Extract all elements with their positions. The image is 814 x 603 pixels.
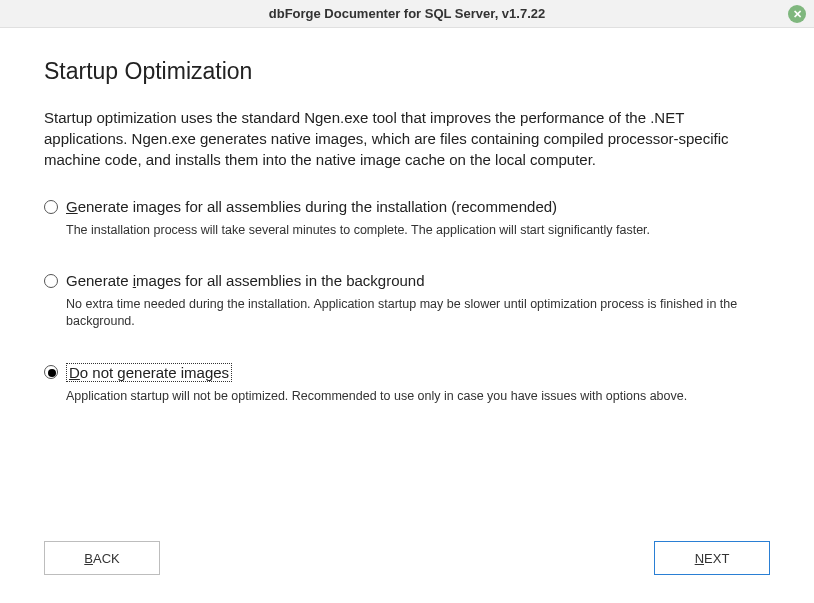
option-2: Do not generate imagesApplication startu… bbox=[44, 363, 770, 406]
window-title: dbForge Documenter for SQL Server, v1.7.… bbox=[269, 6, 545, 21]
page-title: Startup Optimization bbox=[44, 58, 770, 85]
option-1: Generate images for all assemblies in th… bbox=[44, 272, 770, 331]
radio-option-1[interactable] bbox=[44, 274, 58, 288]
radio-option-2[interactable] bbox=[44, 365, 58, 379]
titlebar: dbForge Documenter for SQL Server, v1.7.… bbox=[0, 0, 814, 28]
back-button[interactable]: BACK bbox=[44, 541, 160, 575]
content-area: Startup Optimization Startup optimizatio… bbox=[0, 28, 814, 457]
radio-option-0[interactable] bbox=[44, 200, 58, 214]
next-button[interactable]: NEXT bbox=[654, 541, 770, 575]
option-label-0[interactable]: Generate images for all assemblies durin… bbox=[66, 198, 557, 215]
close-icon[interactable]: ✕ bbox=[788, 5, 806, 23]
intro-text: Startup optimization uses the standard N… bbox=[44, 107, 770, 170]
option-label-2[interactable]: Do not generate images bbox=[66, 363, 232, 382]
option-desc-2: Application startup will not be optimize… bbox=[66, 388, 770, 406]
footer: BACK NEXT bbox=[44, 541, 770, 575]
option-desc-0: The installation process will take sever… bbox=[66, 222, 770, 240]
option-label-1[interactable]: Generate images for all assemblies in th… bbox=[66, 272, 425, 289]
option-desc-1: No extra time needed during the installa… bbox=[66, 296, 770, 331]
option-0: Generate images for all assemblies durin… bbox=[44, 198, 770, 240]
